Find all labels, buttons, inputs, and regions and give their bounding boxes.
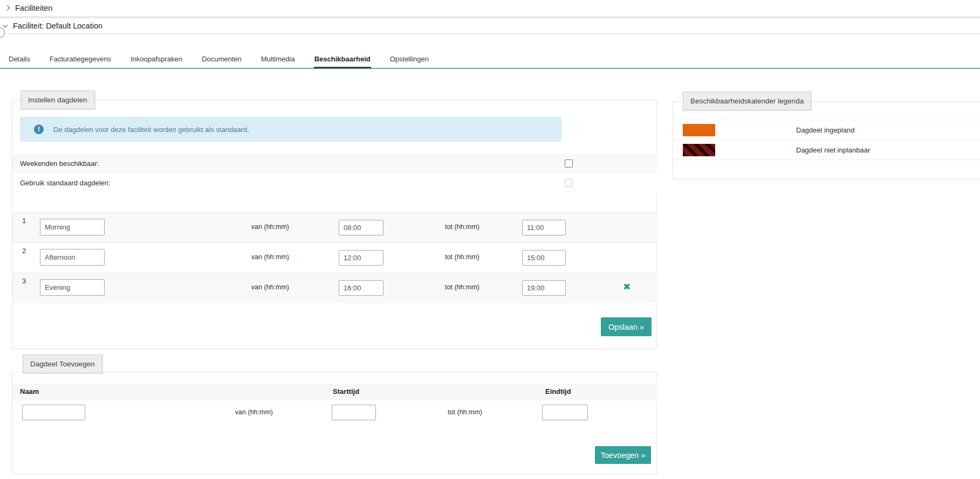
weekend-option-row: Weekenden beschikbaar: (12, 154, 657, 173)
dagdeel-name-input[interactable] (40, 249, 105, 266)
legend-swatch-ingepland (683, 124, 715, 136)
weekend-label: Weekenden beschikbaar: (20, 154, 99, 173)
tot-label: tot (hh:mm) (385, 408, 482, 416)
chevron-down-icon[interactable] (3, 22, 8, 27)
info-icon (34, 124, 44, 134)
breadcrumb: Faciliteiten (0, 0, 980, 16)
tab-multimedia[interactable]: Multimedia (261, 52, 296, 68)
row-number: 3 (22, 277, 26, 285)
facility-header: Faciliteit: Default Location (0, 18, 980, 34)
tab-documenten[interactable]: Documenten (201, 52, 242, 68)
dagdeel-name-input[interactable] (40, 279, 105, 296)
dagdeel-row-2: 2 van (hh:mm) tot (hh:mm) (12, 243, 657, 273)
tab-facturatiegegevens[interactable]: Facturatiegegevens (49, 52, 112, 68)
chevron-right-icon[interactable] (5, 5, 10, 11)
row-number: 2 (22, 247, 26, 255)
dagdeel-toevoegen-panel: Naam Starttijd Eindtijd van (hh:mm) tot … (12, 372, 657, 474)
dagdelen-table: 1 van (hh:mm) tot (hh:mm) 2 van (hh:mm) … (12, 212, 657, 303)
legend-item-ingepland: Dagdeel ingepland (673, 120, 980, 140)
van-label: van (hh:mm) (190, 253, 289, 261)
dagdeel-name-input[interactable] (40, 219, 105, 235)
add-table-header: Naam Starttijd Eindtijd (12, 383, 657, 400)
starttijd-column-header: Starttijd (333, 383, 359, 400)
tab-bar: Details Facturatiegegevens Inkoopafsprak… (0, 52, 980, 68)
weekend-checkbox[interactable] (565, 159, 573, 168)
tot-label: tot (hh:mm) (385, 253, 479, 261)
tab-details[interactable]: Details (8, 52, 31, 68)
standard-dagdelen-label: Gebruik standaard dagdelen: (20, 173, 111, 193)
naam-column-header: Naam (20, 383, 39, 400)
tot-label: tot (hh:mm) (385, 283, 479, 291)
new-dagdeel-name-input[interactable] (22, 405, 85, 420)
legend-panel: Dagdeel ingepland Dagdeel niet inplanbaa… (673, 101, 980, 179)
legend-swatch-niet-inplanbaar (683, 144, 715, 156)
van-label: van (hh:mm) (190, 223, 289, 231)
legend-item-niet-inplanbaar: Dagdeel niet inplanbaar (673, 140, 980, 160)
delete-dagdeel-icon[interactable] (621, 281, 633, 293)
row-number: 1 (22, 217, 26, 225)
instellen-dagdelen-panel: De dagdelen voor deze faciliteit worden … (12, 100, 657, 349)
instellen-panel-title: Instellen dagdelen (20, 91, 95, 109)
dagdeel-row-3: 3 van (hh:mm) tot (hh:mm) (12, 273, 657, 303)
end-time-input[interactable] (522, 250, 566, 266)
new-end-time-input[interactable] (542, 405, 588, 420)
add-button[interactable]: Toevoegen » (595, 446, 651, 464)
facility-title: Faciliteit: Default Location (13, 22, 102, 30)
legend-panel-title: Beschikbaarheidskalender legenda (683, 92, 811, 110)
legend-label: Dagdeel niet inplanbaar (796, 140, 870, 160)
breadcrumb-label[interactable]: Faciliteiten (15, 4, 52, 12)
end-time-input[interactable] (522, 220, 566, 235)
app-screen: Faciliteiten Faciliteit: Default Locatio… (0, 0, 980, 479)
standard-dagdelen-checkbox (565, 179, 573, 187)
info-banner-text: De dagdelen voor deze faciliteit worden … (53, 126, 249, 134)
tab-beschikbaarheid[interactable]: Beschikbaarheid (314, 52, 371, 68)
legend-list: Dagdeel ingepland Dagdeel niet inplanbaa… (673, 120, 980, 160)
save-button[interactable]: Opslaan » (601, 317, 652, 336)
start-time-input[interactable] (339, 220, 383, 235)
tot-label: tot (hh:mm) (385, 223, 479, 231)
van-label: van (hh:mm) (190, 283, 289, 291)
info-banner: De dagdelen voor deze faciliteit worden … (20, 117, 561, 142)
start-time-input[interactable] (339, 250, 383, 266)
toevoegen-panel-title: Dagdeel Toevoegen (23, 355, 102, 373)
standard-option-row: Gebruik standaard dagdelen: (12, 173, 657, 193)
dagdeel-row-1: 1 van (hh:mm) tot (hh:mm) (12, 213, 657, 243)
tab-opstellingen[interactable]: Opstellingen (389, 52, 429, 68)
end-time-input[interactable] (522, 280, 566, 296)
new-start-time-input[interactable] (332, 405, 376, 420)
start-time-input[interactable] (339, 280, 383, 296)
tab-inkoopafspraken[interactable]: Inkoopafspraken (130, 52, 183, 68)
legend-label: Dagdeel ingepland (796, 120, 854, 140)
van-label: van (hh:mm) (174, 408, 273, 416)
add-input-row: van (hh:mm) tot (hh:mm) (12, 400, 657, 428)
eindtijd-column-header: Eindtijd (545, 383, 571, 400)
